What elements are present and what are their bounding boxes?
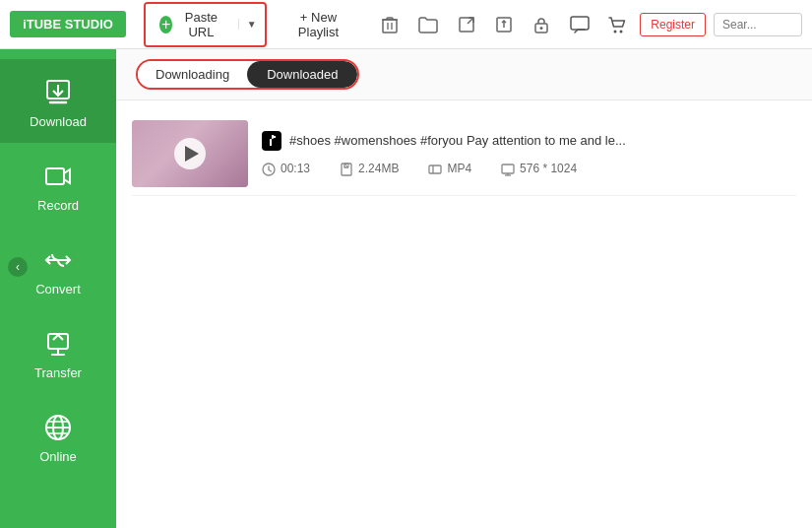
- new-playlist-button[interactable]: + New Playlist: [275, 4, 363, 45]
- delete-toolbar-button[interactable]: [374, 11, 406, 38]
- sidebar-item-transfer[interactable]: Transfer: [0, 310, 116, 394]
- duration-value: 00:13: [281, 162, 310, 175]
- svg-point-12: [620, 30, 623, 33]
- size-value: 2.24MB: [358, 162, 399, 175]
- video-info: #shoes #womenshoes #foryou Pay attention…: [262, 131, 796, 176]
- resize-toolbar-button[interactable]: [451, 11, 482, 38]
- meta-format: MP4: [428, 161, 471, 176]
- clock-icon: [262, 161, 276, 176]
- lock-toolbar-button[interactable]: [526, 11, 557, 38]
- tiktok-icon: [262, 131, 281, 151]
- svg-rect-30: [502, 165, 514, 173]
- app-logo: iTUBE STUDIO: [10, 11, 126, 37]
- svg-point-11: [614, 30, 617, 33]
- plus-circle-icon: +: [159, 16, 172, 33]
- table-row: #shoes #womenshoes #foryou Pay attention…: [132, 112, 796, 196]
- svg-rect-0: [383, 20, 397, 33]
- new-playlist-label: + New Playlist: [284, 10, 353, 39]
- sidebar-record-label: Record: [37, 198, 79, 213]
- sidebar: Download Record ‹ Convert: [0, 49, 116, 528]
- svg-rect-16: [46, 168, 64, 184]
- search-input[interactable]: [714, 13, 802, 36]
- sidebar-transfer-label: Transfer: [34, 365, 82, 380]
- paste-url-button[interactable]: + Paste URL: [146, 4, 238, 45]
- video-title-row: #shoes #womenshoes #foryou Pay attention…: [262, 131, 796, 151]
- meta-duration: 00:13: [262, 161, 310, 176]
- tab-group: Downloading Downloaded: [136, 59, 359, 90]
- top-bar-right: Register: [565, 9, 802, 38]
- folder-toolbar-button[interactable]: [411, 11, 445, 38]
- meta-resolution: 576 * 1024: [501, 161, 577, 176]
- format-icon: [428, 161, 442, 176]
- paste-url-dropdown-button[interactable]: ▼: [238, 19, 265, 30]
- export-toolbar-button[interactable]: [488, 11, 520, 38]
- filesize-icon: [340, 161, 353, 176]
- svg-rect-10: [571, 17, 589, 30]
- svg-line-5: [468, 18, 473, 24]
- main-layout: Download Record ‹ Convert: [0, 49, 812, 528]
- toolbar-icons: [374, 11, 557, 38]
- online-icon: [42, 412, 74, 443]
- play-button[interactable]: [174, 138, 206, 169]
- chat-icon-button[interactable]: [565, 9, 594, 38]
- download-icon: [42, 77, 74, 108]
- sidebar-online-label: Online: [39, 449, 77, 464]
- convert-arrow-icon: ‹: [8, 257, 28, 277]
- svg-point-9: [540, 27, 543, 30]
- cart-icon-button[interactable]: [602, 9, 632, 38]
- register-button[interactable]: Register: [640, 13, 706, 36]
- play-triangle-icon: [185, 146, 199, 162]
- paste-url-group: + Paste URL ▼: [144, 2, 267, 47]
- meta-size: 2.24MB: [340, 161, 399, 176]
- video-meta: 00:13 2.24MB MP4: [262, 161, 796, 176]
- tab-downloaded[interactable]: Downloaded: [247, 61, 357, 88]
- transfer-icon: [42, 328, 74, 360]
- sidebar-item-record[interactable]: Record: [0, 143, 116, 227]
- sidebar-item-download[interactable]: Download: [0, 59, 116, 143]
- resolution-value: 576 * 1024: [520, 162, 577, 175]
- top-bar: iTUBE STUDIO + Paste URL ▼ + New Playlis…: [0, 0, 812, 49]
- paste-url-label: Paste URL: [178, 10, 223, 39]
- sidebar-download-label: Download: [30, 114, 87, 129]
- tab-bar: Downloading Downloaded: [116, 49, 812, 100]
- sidebar-convert-label: Convert: [35, 282, 81, 297]
- resolution-icon: [501, 161, 515, 176]
- svg-rect-28: [429, 165, 441, 173]
- sidebar-item-online[interactable]: Online: [0, 394, 116, 478]
- video-title: #shoes #womenshoes #foryou Pay attention…: [289, 133, 626, 148]
- format-value: MP4: [447, 162, 471, 175]
- video-list: #shoes #womenshoes #foryou Pay attention…: [116, 100, 812, 528]
- record-icon: [42, 161, 74, 192]
- content-area: Downloading Downloaded #shoes: [116, 49, 812, 528]
- tab-downloading[interactable]: Downloading: [138, 61, 247, 88]
- sidebar-item-convert[interactable]: ‹ Convert: [0, 227, 116, 310]
- convert-icon: [42, 244, 74, 276]
- video-thumbnail[interactable]: [132, 120, 248, 187]
